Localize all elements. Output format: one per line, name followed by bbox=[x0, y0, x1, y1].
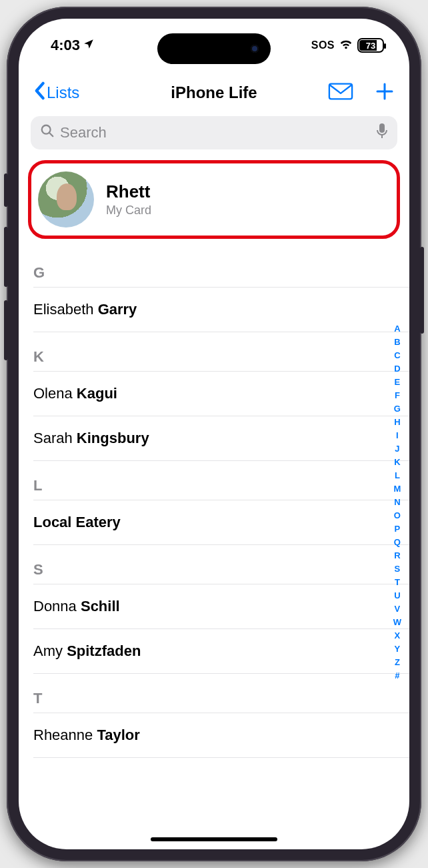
contact-last-name: Schill bbox=[81, 598, 120, 614]
contact-row[interactable]: Amy Spitzfaden bbox=[33, 629, 409, 674]
back-label: Lists bbox=[47, 83, 79, 102]
contact-first-name: Sarah bbox=[33, 430, 77, 446]
side-button bbox=[4, 173, 8, 207]
contact-first-name: Olena bbox=[33, 385, 77, 402]
dynamic-island bbox=[157, 33, 271, 64]
my-card-subtitle: My Card bbox=[106, 203, 151, 218]
search-container: Search bbox=[19, 113, 409, 156]
status-left: 4:03 bbox=[51, 37, 95, 54]
my-card-row[interactable]: Rhett My Card bbox=[38, 171, 390, 228]
microphone-icon[interactable] bbox=[376, 123, 388, 143]
nav-actions bbox=[328, 81, 395, 104]
contact-row[interactable]: Sarah Kingsbury bbox=[33, 416, 409, 461]
index-letter[interactable]: C bbox=[394, 349, 400, 362]
index-letter[interactable]: U bbox=[394, 589, 400, 602]
contact-last-name: Kingsbury bbox=[77, 430, 149, 446]
index-letter[interactable]: W bbox=[393, 616, 401, 629]
status-time: 4:03 bbox=[51, 37, 80, 54]
home-indicator[interactable] bbox=[151, 837, 277, 841]
index-letter[interactable]: P bbox=[395, 522, 401, 536]
my-card-text: Rhett My Card bbox=[106, 181, 151, 218]
screen: 4:03 SOS 73 bbox=[19, 19, 409, 849]
page-title: iPhone Life bbox=[171, 83, 257, 102]
section-header: S bbox=[33, 545, 409, 584]
my-card-name: Rhett bbox=[106, 181, 151, 202]
contact-list[interactable]: GElisabeth GarryKOlena KaguiSarah Kingsb… bbox=[19, 248, 409, 758]
avatar bbox=[38, 171, 94, 228]
index-letter[interactable]: M bbox=[393, 482, 401, 496]
alphabet-index[interactable]: ABCDEFGHIJKLMNOPQRSTUVWXYZ# bbox=[393, 322, 401, 683]
index-letter[interactable]: R bbox=[394, 549, 400, 562]
section-header: T bbox=[33, 674, 409, 713]
index-letter[interactable]: F bbox=[395, 389, 400, 402]
section-header: G bbox=[33, 248, 409, 288]
index-letter[interactable]: K bbox=[394, 456, 400, 469]
index-letter[interactable]: N bbox=[394, 496, 400, 509]
wifi-icon bbox=[339, 37, 353, 55]
chevron-left-icon bbox=[33, 81, 45, 104]
volume-up-button bbox=[4, 227, 8, 287]
section-header: L bbox=[33, 461, 409, 500]
index-letter[interactable]: G bbox=[394, 402, 401, 416]
contact-row[interactable]: Rheanne Taylor bbox=[33, 713, 409, 758]
index-letter[interactable]: B bbox=[394, 336, 400, 349]
content-area: Lists iPhone Life S bbox=[19, 72, 409, 849]
index-letter[interactable]: I bbox=[396, 429, 399, 442]
index-letter[interactable]: L bbox=[395, 469, 400, 482]
mail-icon[interactable] bbox=[328, 82, 353, 103]
contact-row[interactable]: Elisabeth Garry bbox=[33, 288, 409, 332]
status-right: SOS 73 bbox=[311, 37, 384, 55]
contact-first-name: Rheanne bbox=[33, 727, 97, 743]
search-placeholder: Search bbox=[60, 124, 107, 141]
contact-last-name: Kagui bbox=[77, 385, 117, 402]
index-letter[interactable]: Y bbox=[395, 642, 401, 656]
index-letter[interactable]: O bbox=[394, 509, 401, 522]
my-card-highlight: Rhett My Card bbox=[28, 160, 400, 239]
nav-bar: Lists iPhone Life bbox=[19, 72, 409, 113]
index-letter[interactable]: D bbox=[394, 362, 400, 376]
contact-row[interactable]: Olena Kagui bbox=[33, 372, 409, 416]
index-letter[interactable]: J bbox=[395, 442, 399, 456]
power-button bbox=[420, 247, 424, 334]
svg-line-4 bbox=[49, 133, 53, 137]
index-letter[interactable]: E bbox=[395, 376, 401, 389]
index-letter[interactable]: S bbox=[395, 562, 401, 576]
contact-last-name: Taylor bbox=[97, 727, 139, 743]
battery-percent: 73 bbox=[366, 41, 375, 51]
sos-indicator: SOS bbox=[311, 39, 335, 51]
search-icon bbox=[40, 123, 55, 142]
svg-rect-0 bbox=[329, 84, 352, 99]
contact-row[interactable]: Donna Schill bbox=[33, 584, 409, 629]
contact-last-name: Garry bbox=[98, 301, 137, 318]
index-letter[interactable]: # bbox=[395, 669, 399, 683]
index-letter[interactable]: A bbox=[394, 322, 400, 336]
contact-last-name: Spitzfaden bbox=[67, 642, 141, 659]
device-frame: 4:03 SOS 73 bbox=[7, 7, 421, 861]
volume-down-button bbox=[4, 300, 8, 360]
index-letter[interactable]: V bbox=[395, 602, 401, 616]
index-letter[interactable]: H bbox=[394, 416, 400, 429]
index-letter[interactable]: Z bbox=[395, 656, 400, 669]
back-button[interactable]: Lists bbox=[33, 81, 79, 104]
search-input[interactable]: Search bbox=[31, 116, 397, 149]
contact-first-name: Elisabeth bbox=[33, 301, 98, 318]
contact-row[interactable]: Local Eatery bbox=[33, 500, 409, 545]
contact-first-name: Amy bbox=[33, 642, 67, 659]
add-button[interactable] bbox=[375, 81, 395, 104]
contact-last-name: Local Eatery bbox=[33, 514, 121, 530]
battery-indicator: 73 bbox=[357, 38, 384, 53]
location-icon bbox=[83, 37, 95, 54]
svg-rect-5 bbox=[379, 123, 385, 133]
contact-first-name: Donna bbox=[33, 598, 81, 614]
section-header: K bbox=[33, 332, 409, 372]
index-letter[interactable]: X bbox=[395, 629, 401, 642]
index-letter[interactable]: T bbox=[395, 576, 400, 589]
index-letter[interactable]: Q bbox=[394, 536, 401, 549]
